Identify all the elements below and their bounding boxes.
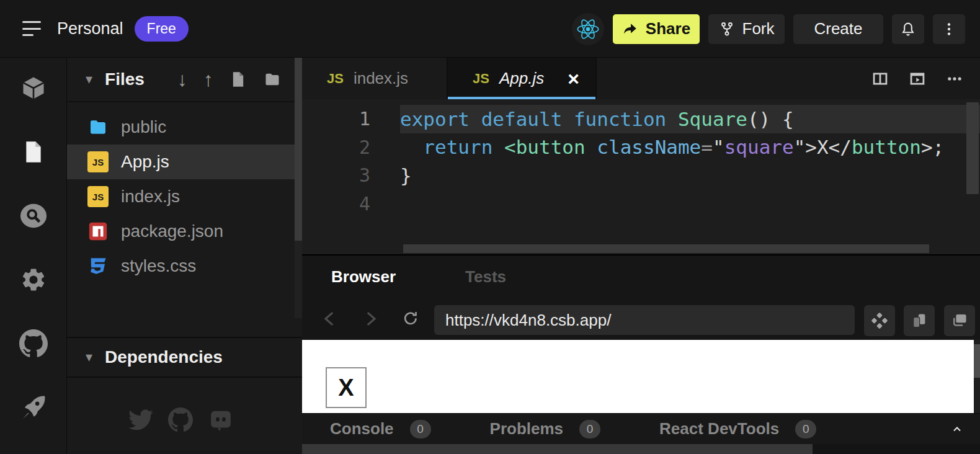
fork-button[interactable]: Fork [708, 14, 785, 44]
bell-icon [899, 20, 917, 38]
download-icon[interactable]: ↓ [177, 69, 187, 89]
code-line-4: 4 [302, 190, 980, 218]
file-row-app-js[interactable]: JS App.js [67, 145, 302, 179]
discord-icon[interactable] [208, 407, 234, 432]
code-area[interactable]: 1 export default function Square() { 2 r… [302, 99, 980, 254]
menu-icon[interactable] [22, 21, 41, 36]
console-count-badge: 0 [410, 420, 431, 438]
file-name: App.js [121, 152, 169, 172]
deploy-rocket-icon[interactable] [19, 393, 48, 422]
js-tab-icon: JS [327, 71, 344, 87]
react-devtools-count-badge: 0 [795, 420, 816, 438]
new-file-icon[interactable] [229, 70, 247, 89]
square-x-button[interactable]: X [326, 367, 367, 408]
file-row-public[interactable]: public [67, 110, 302, 145]
responsive-preview-button[interactable] [864, 305, 895, 336]
file-row-index-js[interactable]: JS index.js [67, 179, 302, 214]
new-folder-icon[interactable] [263, 71, 282, 88]
tab-tests[interactable]: Tests [465, 267, 506, 287]
devtools-scrollbar[interactable] [302, 444, 980, 454]
browser-viewport: X [302, 340, 974, 413]
folder-icon [87, 117, 109, 137]
upload-icon[interactable]: ↑ [203, 69, 213, 89]
topbar-actions: Share Fork Create [572, 0, 965, 58]
files-section-header[interactable]: ▾ Files ↓ ↑ [67, 58, 302, 102]
kebab-menu-icon [941, 21, 957, 37]
tab-browser[interactable]: Browser [331, 267, 396, 287]
back-icon[interactable] [318, 306, 342, 331]
preview-pane-icon[interactable] [908, 70, 927, 87]
line-number: 1 [302, 108, 400, 130]
file-name: public [121, 117, 166, 137]
browser-nav-bar: https://vkd4n8.csb.app/ [302, 298, 980, 340]
js-tab-icon: JS [473, 71, 489, 87]
code-editor: JS index.js JS App.js × [302, 58, 980, 254]
overlap-squares-icon [950, 311, 969, 330]
github-link-icon[interactable] [168, 407, 193, 432]
react-devtools-tab[interactable]: React DevTools 0 [659, 419, 816, 438]
open-new-window-button[interactable] [944, 305, 975, 336]
chevron-down-icon[interactable]: ▾ [86, 71, 92, 87]
activity-bar [0, 58, 66, 454]
share-button[interactable]: Share [613, 14, 700, 44]
top-bar: Personal Free Share [0, 0, 980, 58]
tab-index-js[interactable]: JS index.js [302, 58, 448, 99]
files-title: Files [105, 69, 145, 89]
refresh-icon[interactable] [398, 306, 423, 331]
chevron-down-icon[interactable]: ▾ [86, 349, 92, 365]
preview-tab-bar: Browser Tests [302, 256, 506, 298]
explorer-scrollbar[interactable] [295, 58, 302, 318]
plan-badge: Free [135, 16, 189, 42]
settings-gear-icon[interactable] [19, 265, 48, 294]
file-row-package-json[interactable]: package.json [67, 214, 302, 249]
fork-icon [719, 21, 735, 37]
react-logo-icon [572, 13, 604, 45]
split-view-icon[interactable] [871, 70, 889, 87]
file-name: styles.css [121, 256, 196, 276]
line-number: 3 [302, 164, 400, 186]
twitter-icon[interactable] [128, 407, 153, 432]
search-icon[interactable] [19, 202, 48, 230]
devtools-bar: Console 0 Problems 0 React DevTools 0 [302, 413, 980, 444]
line-number: 2 [302, 136, 400, 158]
codesandbox-window: Personal Free Share [0, 0, 980, 454]
social-links [67, 393, 295, 432]
preview-scrollbar[interactable] [974, 340, 980, 413]
split-preview-button[interactable] [904, 305, 935, 336]
code-line-1: 1 export default function Square() { [302, 105, 980, 133]
js-file-icon: JS [87, 151, 109, 172]
create-button[interactable]: Create [793, 14, 883, 44]
close-tab-icon[interactable]: × [568, 69, 579, 89]
share-arrow-icon [622, 21, 638, 37]
dependencies-section-header[interactable]: ▾ Dependencies [67, 337, 303, 378]
file-explorer-panel: ▾ Files ↓ ↑ public JS [66, 58, 302, 454]
url-input[interactable]: https://vkd4n8.csb.app/ [434, 305, 855, 335]
file-row-styles-css[interactable]: styles.css [67, 249, 302, 283]
sandbox-cube-icon[interactable] [19, 74, 48, 102]
github-icon[interactable] [19, 329, 48, 358]
editor-vertical-scrollbar[interactable] [966, 102, 979, 194]
expand-devtools-icon[interactable] [950, 423, 964, 435]
editor-toolbar [871, 58, 980, 99]
more-menu-button[interactable] [933, 14, 965, 44]
problems-tab[interactable]: Problems 0 [490, 419, 601, 438]
code-line-3: 3 } [302, 161, 980, 190]
panes-icon [910, 311, 929, 330]
problems-count-badge: 0 [579, 420, 600, 438]
tab-app-js[interactable]: JS App.js × [448, 58, 597, 99]
npm-file-icon [87, 221, 109, 242]
console-tab[interactable]: Console 0 [330, 419, 431, 438]
notifications-button[interactable] [892, 14, 924, 44]
files-panel-icon[interactable] [19, 138, 48, 166]
editor-more-icon[interactable] [945, 70, 964, 87]
file-name: index.js [121, 187, 180, 207]
editor-horizontal-scrollbar[interactable] [403, 244, 929, 253]
diamonds-icon [870, 311, 889, 330]
file-name: package.json [121, 221, 223, 241]
workspace-name[interactable]: Personal [57, 19, 123, 38]
files-actions: ↓ ↑ [177, 69, 282, 89]
editor-tab-bar: JS index.js JS App.js × [302, 58, 980, 99]
preview-panel: Browser Tests https://vkd4n8.csb.app/ [302, 254, 980, 454]
forward-icon[interactable] [358, 306, 383, 331]
code-line-2: 2 return <button className="square">X</b… [302, 133, 980, 162]
